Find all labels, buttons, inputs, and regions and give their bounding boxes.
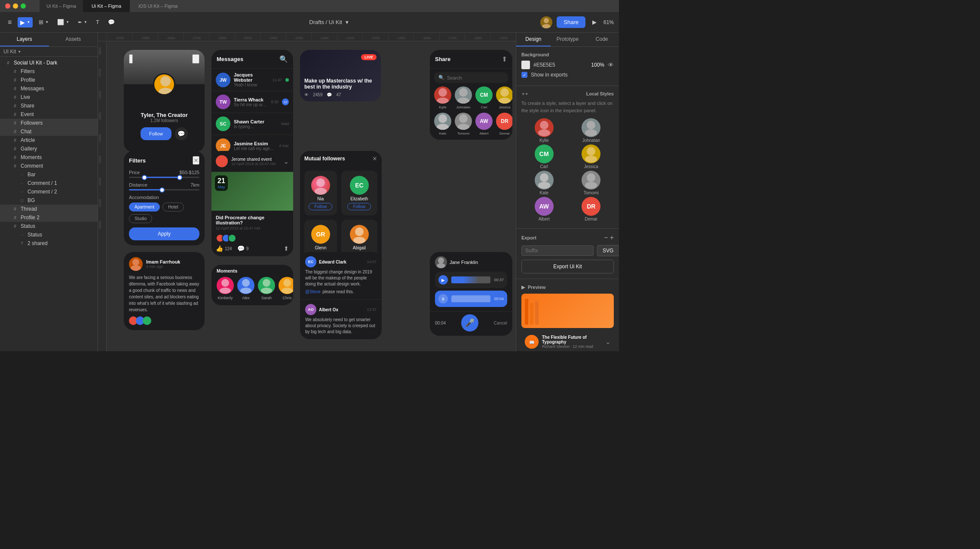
layer-item-comment1[interactable]: ··· Comment / 1 [0,179,98,187]
tag-apartment[interactable]: Apartment [129,202,160,212]
comment-button[interactable]: 💬 [237,245,245,252]
tab-layers[interactable]: Layers [0,33,49,46]
layer-item-share[interactable]: # Share [0,101,98,110]
chevron-down-icon-event[interactable]: ⌄ [283,157,289,166]
layer-item-messages[interactable]: # Messages [0,84,98,93]
traffic-light-red[interactable] [5,3,10,9]
search-icon[interactable]: 🔍 [279,55,288,63]
message-item-2[interactable]: SC Shawn Carter Is typing... Wed [211,113,293,135]
share-upload-icon[interactable]: ⬆ [502,55,507,63]
layer-item-bg[interactable]: □ BG [0,196,98,205]
expand-preview-button[interactable]: ⌄ [606,339,610,345]
visibility-toggle-button[interactable]: 👁 [608,61,614,68]
layer-item-profile2[interactable]: # Profile 2 [0,213,98,222]
layer-item-status2[interactable]: ··· Status [0,230,98,239]
style-carl[interactable]: CM Carl [521,144,567,169]
tab-1[interactable]: Ui Kit – Figma [40,0,83,12]
elizabeth-follow-button[interactable]: Follow [347,203,371,210]
traffic-light-green[interactable] [21,3,26,9]
price-slider-track[interactable] [129,177,199,178]
distance-slider-thumb[interactable] [159,187,165,193]
message-item-0[interactable]: JW Jacques Webster Yeah I know 11:47 [211,69,293,91]
style-jessica[interactable]: Jessica [569,144,614,169]
layer-item-profile[interactable]: # Profile [0,76,98,84]
distance-slider-track[interactable] [129,189,199,190]
show-in-exports-checkbox[interactable]: ✓ [521,72,527,78]
layer-item-followers[interactable]: # Followers [0,119,98,127]
layer-item-bar[interactable]: ··· Bar [0,170,98,179]
price-slider-thumb-left[interactable] [142,175,147,180]
pen-tool-button[interactable]: ✒ ▼ [75,18,90,27]
chat-mention[interactable]: @Steve [305,289,321,294]
layer-item-thread[interactable]: # Thread [0,205,98,213]
layer-item-status[interactable]: # Status [0,222,98,230]
style-demar[interactable]: DR Demar [569,197,614,221]
share-avatar-jessica[interactable]: Jessica [496,86,512,109]
add-export-button[interactable]: + [610,234,614,242]
layer-item-event[interactable]: # Event [0,110,98,119]
layer-item-chat[interactable]: # Chat [0,127,98,136]
moment-kimberly[interactable]: Kimberly [217,277,234,300]
moment-sarah[interactable]: Sarah [258,277,275,300]
cancel-button[interactable]: Cancel [494,321,507,325]
back-button[interactable]: ‹ [129,54,133,64]
like-button[interactable]: 👍 [216,245,223,252]
style-kylie[interactable]: Kylie [521,118,567,143]
move-tool-button[interactable]: ▶ ▼ [18,17,33,28]
price-slider-thumb-right[interactable] [177,175,182,180]
share-button[interactable]: Share [557,16,585,28]
tag-hotel[interactable]: Hotel [162,202,184,212]
tag-studio[interactable]: Studio [129,214,152,223]
background-color-swatch[interactable] [521,61,530,69]
traffic-light-yellow[interactable] [13,3,18,9]
share-avatar-kylie[interactable]: Kylie [434,86,451,109]
style-kate[interactable]: Kate [521,171,567,195]
canvas-bg[interactable]: ‹ ··· Tyler, The Creator 1.2M followers … [107,41,516,351]
moment-chris[interactable]: Chris [279,277,293,300]
share-search-input[interactable] [447,75,506,80]
nia-follow-button[interactable]: Follow [309,203,332,210]
remove-export-button[interactable]: − [604,234,608,242]
share-avatar-tomomi[interactable]: Tomomi [455,113,472,135]
layer-item-comment2[interactable]: ··· Comment / 2 [0,187,98,196]
comment-tool-button[interactable]: 💬 [105,17,117,27]
layer-item-article[interactable]: # Article [0,136,98,144]
layer-item-filters[interactable]: # Filters [0,67,98,76]
pause-button[interactable]: ⏸ [438,294,448,304]
tab-3[interactable]: iOS UI Kit – Figma [130,0,186,12]
share-event-button[interactable]: ⬆ [284,245,289,252]
present-button[interactable]: ▶ [590,17,599,27]
share-avatar-demar[interactable]: DR Demar [496,113,512,135]
frame-tool-button[interactable]: ⊞ ▼ [36,17,51,27]
canvas-area[interactable]: -3000 -2900 -2800 -2700 -2600 -2500 -240… [98,33,516,351]
apply-button[interactable]: Apply [129,227,199,240]
layer-item-social-ui-kit[interactable]: # Social UI Kit - Dark [0,58,98,67]
layer-item-live[interactable]: # Live [0,93,98,101]
tab-code[interactable]: Code [585,33,619,46]
tab-prototype[interactable]: Prototype [551,33,585,46]
close-mutual-button[interactable]: ✕ [372,155,377,162]
style-tomomi[interactable]: Tomomi [569,171,614,195]
shape-tool-button[interactable]: ⬜ ▼ [55,17,72,27]
menu-button[interactable]: ≡ [5,17,14,28]
layer-item-shared[interactable]: T 2 shared [0,239,98,248]
style-albert[interactable]: AW Albert [521,197,567,221]
text-tool-button[interactable]: T [93,17,102,27]
style-johnatan[interactable]: Johnatan [569,118,614,143]
tab-assets[interactable]: Assets [49,33,98,46]
share-avatar-albert[interactable]: AW Albert [475,113,493,135]
share-avatar-johnatan[interactable]: Johnatan [455,86,472,109]
export-ui-kit-button[interactable]: Export Ui Kit [521,260,614,273]
suffix-input[interactable] [521,245,594,256]
moment-alex[interactable]: Alex [237,277,254,300]
preview-header[interactable]: ▶ Preview [521,284,614,290]
share-search-bar[interactable]: 🔍 [434,72,508,83]
follow-button[interactable]: Follow [141,127,172,140]
play-bubble[interactable]: ▶ 00:37 [435,272,507,288]
share-avatar-kate[interactable]: Kate [434,113,451,135]
message-button[interactable]: 💬 [175,127,188,140]
record-button[interactable]: 🎤 [461,314,478,331]
close-filters-button[interactable]: ✕ [193,156,199,165]
tab-design[interactable]: Design [516,33,551,46]
preview-article-card[interactable]: 📖 The Flexible Future of Typography Rich… [521,331,614,351]
